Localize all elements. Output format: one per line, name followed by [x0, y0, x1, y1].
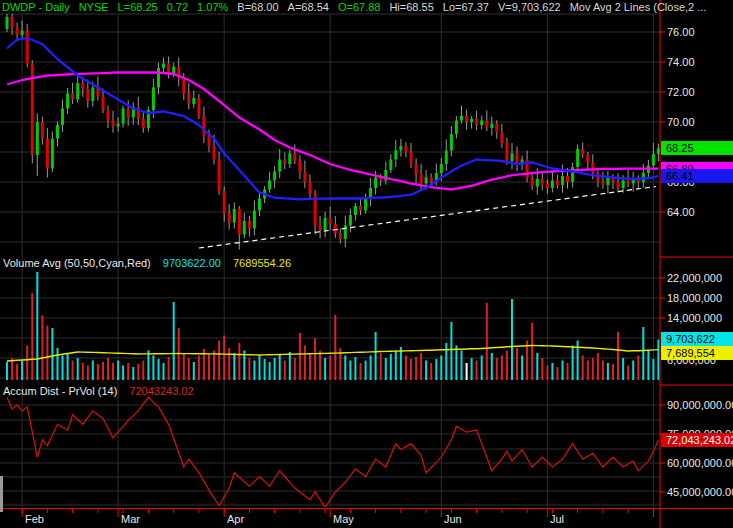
blue-ma-badge: 66.41: [661, 169, 733, 183]
month-label-apr: Apr: [227, 513, 244, 525]
volume-axis-label: 18,000,000: [667, 292, 722, 304]
volume-pane-label-row: Volume Avg (50,50,Cyan,Red)9703622.00768…: [3, 257, 291, 269]
accum-pane-label-row: Accum Dist - PrVol (14)72043243.02: [3, 385, 194, 397]
price-axis-label: 72.00: [667, 86, 695, 98]
header-segment-9: Lo=67.37: [443, 1, 489, 13]
header-segment-0: DWDP - Daily: [2, 1, 70, 13]
volume-bars-layer: [6, 272, 659, 380]
header-segment-10: V=9,703,622: [498, 1, 561, 13]
accum-indicator-label: Accum Dist - PrVol (14): [3, 385, 117, 397]
accum-axis-label: 45,000,000.00: [667, 486, 733, 498]
month-label-jun: Jun: [444, 513, 462, 525]
month-label-mar: Mar: [121, 513, 140, 525]
header-segment-2: L=68.25: [118, 1, 158, 13]
chart-window: DWDP - DailyNYSEL=68.250.721.07%B=68.00A…: [0, 0, 733, 528]
candles-layer: [6, 9, 660, 250]
accum-axis-label: 60,000,000.00: [667, 457, 733, 469]
volume-avg-badge: 7,689,554: [661, 346, 733, 360]
volume-badge: 9,703,622: [661, 332, 733, 346]
volume-current-value: 9703622.00: [163, 257, 221, 269]
volume-axis-label: 14,000,000: [667, 312, 722, 324]
accum-current-value: 72043243.02: [129, 385, 193, 397]
volume-average-value: 7689554.26: [233, 257, 291, 269]
last-price-badge: 68.25: [661, 141, 733, 155]
price-axis-label: 74.00: [667, 56, 695, 68]
month-label-feb: Feb: [25, 513, 44, 525]
header-segment-1: NYSE: [79, 1, 109, 13]
price-axis-label: 70.00: [667, 116, 695, 128]
header-segment-3: 0.72: [167, 1, 188, 13]
price-axis-label: 76.00: [667, 26, 695, 38]
accum-badge: 72,043,243.02: [661, 433, 733, 447]
header-segment-7: O=67.88: [338, 1, 381, 13]
month-label-jul: Jul: [550, 513, 564, 525]
accum-axis-label: 90,000,000.00: [667, 399, 733, 411]
header-segment-11: Mov Avg 2 Lines (Close,2 ...: [570, 1, 707, 13]
price-axis-label: 64.00: [667, 206, 695, 218]
volume-axis-label: 22,000,000: [667, 272, 722, 284]
magenta-ma-line: [7, 73, 658, 190]
header-segment-5: B=68.00: [237, 1, 278, 13]
header-segment-8: Hi=68.55: [389, 1, 433, 13]
volume-indicator-label: Volume Avg (50,50,Cyan,Red): [3, 257, 151, 269]
month-label-may: May: [333, 513, 354, 525]
header-segment-4: 1.07%: [197, 1, 228, 13]
volume-average-line: [7, 346, 658, 362]
quote-header: DWDP - DailyNYSEL=68.250.721.07%B=68.00A…: [2, 0, 706, 14]
header-segment-6: A=68.54: [288, 1, 329, 13]
left-scroll-strip[interactable]: [0, 476, 3, 512]
